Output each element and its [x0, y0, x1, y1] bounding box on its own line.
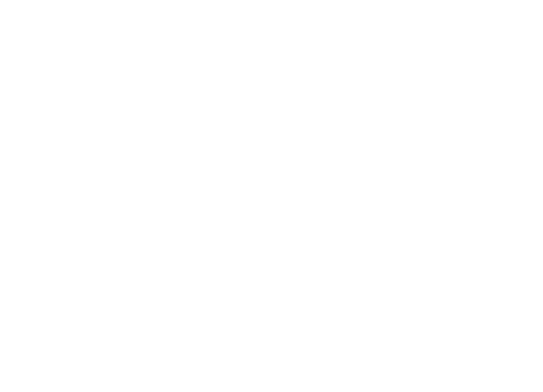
event-summary-line — [0, 0, 543, 15]
event-header — [0, 0, 543, 15]
waveform-canvas[interactable] — [0, 0, 543, 392]
seismic-review-window — [0, 0, 543, 392]
